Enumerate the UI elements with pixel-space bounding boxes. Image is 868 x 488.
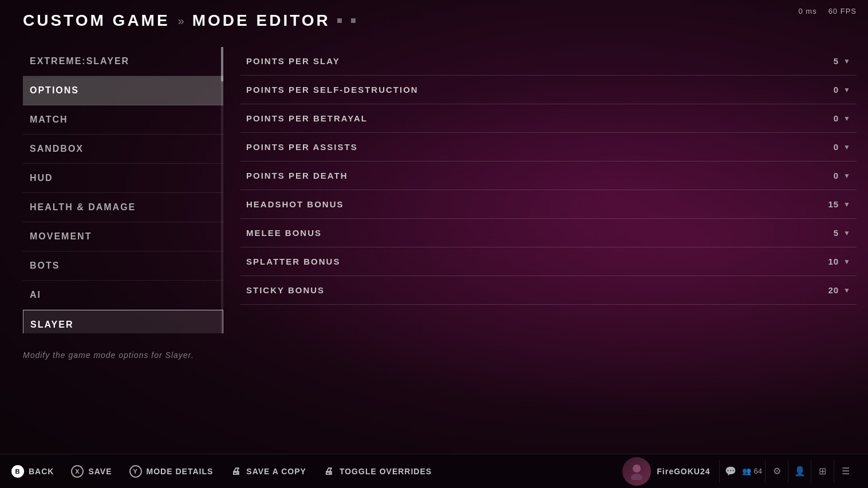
option-value-points-per-assists: 0 ▼ <box>834 142 851 152</box>
title-part2: MODE EDITOR <box>192 11 330 30</box>
option-value-headshot-bonus: 15 ▼ <box>828 199 851 209</box>
option-value-points-per-betrayal: 0 ▼ <box>834 113 851 123</box>
dropdown-arrow-icon: ▼ <box>843 172 851 180</box>
title-dot2 <box>351 18 356 23</box>
user-icons: 💬 👥 64 ⚙ <box>719 460 788 483</box>
chat-icon-button[interactable]: 💬 <box>719 460 742 483</box>
title-bar: CUSTOM GAME » MODE EDITOR <box>23 0 868 47</box>
save-button-label: Save <box>88 467 112 476</box>
svg-point-0 <box>633 465 641 473</box>
option-row-splatter-bonus[interactable]: SPLATTER BONUS 10 ▼ <box>240 247 857 276</box>
option-label-points-per-death: POINTS PER DEATH <box>246 171 348 180</box>
sidebar-item-movement[interactable]: MOVEMENT <box>23 222 223 251</box>
save-copy-icon: 🖨 <box>230 466 242 477</box>
player-count-value: 64 <box>754 467 762 475</box>
option-row-points-per-death[interactable]: POINTS PER DEATH 0 ▼ <box>240 162 857 190</box>
menu-icon-button[interactable]: ☰ <box>834 460 857 483</box>
user-sub-icons: 👤 ⊞ ☰ <box>788 460 857 483</box>
back-button-label: Back <box>29 467 54 476</box>
performance-stats: 0 ms 60 FPS <box>798 7 857 15</box>
sidebar-scrollbar <box>221 47 223 333</box>
sidebar-item-match[interactable]: MATCH <box>23 105 223 135</box>
dropdown-arrow-icon: ▼ <box>843 258 851 266</box>
back-button-icon: B <box>11 465 24 478</box>
save-a-copy-label: Save A Copy <box>246 467 306 476</box>
content-area: EXTREME:SLAYER OPTIONS MATCH SANDBOX HUD… <box>23 47 868 454</box>
back-button[interactable]: B Back <box>11 465 54 478</box>
option-label-sticky-bonus: STICKY BONUS <box>246 285 325 295</box>
option-label-headshot-bonus: HEADSHOT BONUS <box>246 199 344 209</box>
option-value-sticky-bonus: 20 ▼ <box>828 285 851 295</box>
option-value-points-per-self-destruction: 0 ▼ <box>834 85 851 95</box>
sidebar-item-health-damage[interactable]: HEALTH & DAMAGE <box>23 193 223 222</box>
toggle-overrides-label: Toggle Overrides <box>340 467 432 476</box>
description-text: Modify the game mode options for Slayer. <box>23 351 194 360</box>
mode-details-icon: Y <box>129 465 142 478</box>
option-row-melee-bonus[interactable]: MELEE BONUS 5 ▼ <box>240 219 857 247</box>
option-val-text: 10 <box>828 257 839 266</box>
toggle-overrides-button[interactable]: 🖨 Toggle Overrides <box>323 466 432 477</box>
sidebar-item-bots[interactable]: BOTS <box>23 251 223 281</box>
sidebar-item-hud[interactable]: HUD <box>23 164 223 193</box>
svg-point-1 <box>631 474 642 480</box>
bottom-actions: B Back X Save Y Mode Details 🖨 Save A Co… <box>11 465 622 478</box>
option-val-text: 20 <box>828 285 839 295</box>
user-name: FireGOKU24 <box>657 467 710 476</box>
option-value-splatter-bonus: 10 ▼ <box>828 257 851 266</box>
sidebar-item-options[interactable]: OPTIONS <box>23 76 223 105</box>
mode-details-button[interactable]: Y Mode Details <box>129 465 214 478</box>
option-row-headshot-bonus[interactable]: HEADSHOT BONUS 15 ▼ <box>240 190 857 219</box>
settings-icon-button[interactable]: ⚙ <box>765 460 788 483</box>
option-label-splatter-bonus: SPLATTER BONUS <box>246 257 340 266</box>
dropdown-arrow-icon: ▼ <box>843 86 851 94</box>
option-val-text: 0 <box>834 113 839 123</box>
option-value-points-per-slay: 5 ▼ <box>834 56 851 66</box>
save-button-icon: X <box>71 465 84 478</box>
option-label-melee-bonus: MELEE BONUS <box>246 228 322 238</box>
option-val-text: 0 <box>834 142 839 152</box>
option-label-points-per-self-destruction: POINTS PER SELF-DESTRUCTION <box>246 85 419 95</box>
save-a-copy-button[interactable]: 🖨 Save A Copy <box>230 466 306 477</box>
option-val-text: 0 <box>834 171 839 180</box>
sidebar: EXTREME:SLAYER OPTIONS MATCH SANDBOX HUD… <box>23 47 229 454</box>
option-val-text: 5 <box>834 56 839 66</box>
mode-details-label: Mode Details <box>147 467 214 476</box>
dropdown-arrow-icon: ▼ <box>843 229 851 237</box>
dropdown-arrow-icon: ▼ <box>843 286 851 294</box>
option-label-points-per-betrayal: POINTS PER BETRAYAL <box>246 113 368 123</box>
dropdown-arrow-icon: ▼ <box>843 115 851 123</box>
dropdown-arrow-icon: ▼ <box>843 200 851 208</box>
title-dot1 <box>337 18 342 23</box>
title-part1: CUSTOM GAME <box>23 11 170 30</box>
scrollbar-thumb <box>221 47 223 81</box>
option-label-points-per-slay: POINTS PER SLAY <box>246 56 340 66</box>
option-row-points-per-assists[interactable]: POINTS PER ASSISTS 0 ▼ <box>240 133 857 162</box>
option-val-text: 15 <box>828 199 839 209</box>
fps-stat: 60 FPS <box>828 7 857 15</box>
user-section: FireGOKU24 💬 👥 64 ⚙ 👤 ⊞ ☰ <box>622 457 857 486</box>
sidebar-scroll: EXTREME:SLAYER OPTIONS MATCH SANDBOX HUD… <box>23 47 223 333</box>
option-row-sticky-bonus[interactable]: STICKY BONUS 20 ▼ <box>240 276 857 305</box>
sidebar-item-sandbox[interactable]: SANDBOX <box>23 135 223 164</box>
description-area: Modify the game mode options for Slayer. <box>23 333 223 371</box>
option-row-points-per-slay[interactable]: POINTS PER SLAY 5 ▼ <box>240 47 857 76</box>
save-button[interactable]: X Save <box>71 465 112 478</box>
option-row-points-per-betrayal[interactable]: POINTS PER BETRAYAL 0 ▼ <box>240 104 857 133</box>
toggle-overrides-icon: 🖨 <box>323 466 335 477</box>
options-panel: POINTS PER SLAY 5 ▼ POINTS PER SELF-DEST… <box>229 47 868 454</box>
sidebar-item-extreme-slayer[interactable]: EXTREME:SLAYER <box>23 47 223 76</box>
option-row-points-per-self-destruction[interactable]: POINTS PER SELF-DESTRUCTION 0 ▼ <box>240 76 857 104</box>
sidebar-item-ai[interactable]: AI <box>23 281 223 310</box>
dropdown-arrow-icon: ▼ <box>843 57 851 65</box>
ms-stat: 0 ms <box>798 7 816 15</box>
sidebar-item-slayer[interactable]: SLAYER <box>23 310 223 333</box>
option-value-points-per-death: 0 ▼ <box>834 171 851 180</box>
social-icon-button[interactable]: ⊞ <box>811 460 834 483</box>
player-count: 👥 64 <box>742 460 762 483</box>
title-separator: » <box>178 14 184 27</box>
option-val-text: 5 <box>834 228 839 238</box>
option-label-points-per-assists: POINTS PER ASSISTS <box>246 142 358 152</box>
dropdown-arrow-icon: ▼ <box>843 143 851 151</box>
profile-icon-button[interactable]: 👤 <box>788 460 811 483</box>
bottom-bar: B Back X Save Y Mode Details 🖨 Save A Co… <box>0 454 868 488</box>
